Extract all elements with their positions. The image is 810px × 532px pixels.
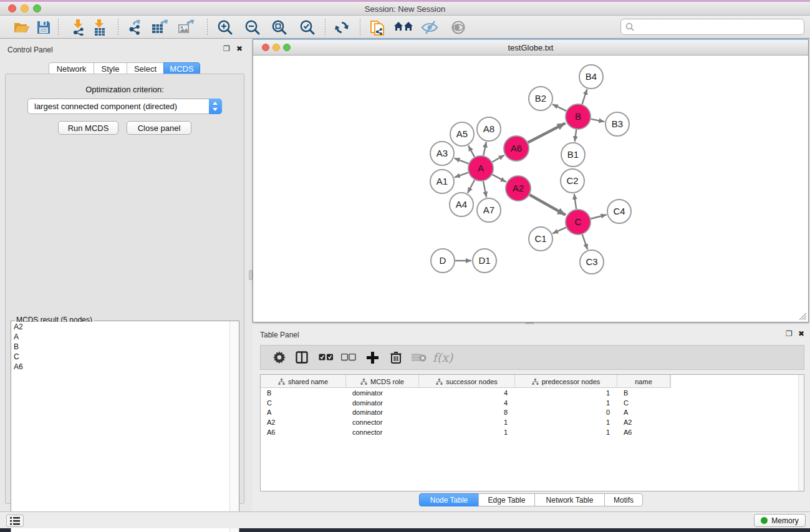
- export-table-icon[interactable]: [150, 17, 171, 37]
- save-icon[interactable]: [33, 17, 54, 37]
- mcds-result-item[interactable]: C: [11, 352, 229, 362]
- table-cell: B: [617, 389, 670, 397]
- float-table-panel-icon[interactable]: ❐: [786, 329, 793, 338]
- home-layout-icon[interactable]: [393, 17, 414, 37]
- unselect-all-columns-icon[interactable]: [338, 346, 359, 369]
- node-table[interactable]: shared name MCDS role successor nodes pr…: [260, 374, 804, 491]
- import-network-icon[interactable]: [68, 17, 89, 37]
- network-graph[interactable]: AA1A3A5A8A6A2A4A7BB1B2B3B4CC1C2C3C4DD1: [253, 56, 808, 322]
- tab-network-table[interactable]: Network Table: [534, 493, 605, 506]
- table-scrollbar[interactable]: [798, 375, 804, 491]
- network-edge[interactable]: [483, 142, 486, 156]
- tab-edge-table[interactable]: Edge Table: [478, 493, 535, 506]
- zoom-in-icon[interactable]: [215, 17, 236, 37]
- network-edge[interactable]: [582, 235, 587, 249]
- mcds-result-item[interactable]: A2: [11, 322, 229, 332]
- mcds-list-scrollbar[interactable]: [229, 321, 239, 532]
- table-row[interactable]: Adominator80A: [261, 407, 804, 417]
- control-panel: Control Panel ❐ ✖ Network Style Select M…: [0, 39, 249, 513]
- mcds-result-item[interactable]: A: [11, 332, 229, 342]
- show-columns-icon[interactable]: [291, 346, 312, 369]
- refresh-icon[interactable]: [331, 17, 352, 37]
- column-type-icon: [360, 379, 367, 385]
- network-node-label: B4: [586, 71, 597, 82]
- table-row[interactable]: A6connector11A6: [261, 427, 804, 437]
- network-edge[interactable]: [582, 89, 587, 104]
- optimization-criterion-label: Optimization criterion:: [6, 85, 244, 94]
- column-header-filler: [670, 375, 804, 388]
- add-column-icon[interactable]: [362, 346, 383, 369]
- table-toolbar: f(x): [260, 345, 804, 370]
- close-panel-icon[interactable]: ✖: [236, 44, 243, 53]
- search-field[interactable]: [620, 19, 804, 35]
- table-cell: A6: [617, 428, 670, 436]
- network-frame-titlebar[interactable]: testGlobe.txt: [253, 40, 808, 56]
- run-mcds-button[interactable]: Run MCDS: [58, 121, 118, 135]
- network-edge[interactable]: [575, 130, 577, 142]
- delete-columns-icon[interactable]: [385, 346, 407, 369]
- network-node-label: C2: [566, 175, 578, 186]
- search-input[interactable]: [634, 22, 790, 32]
- table-row[interactable]: Cdominator41C: [261, 398, 804, 408]
- mcds-result-item[interactable]: A6: [11, 362, 229, 372]
- column-type-icon: [278, 379, 285, 385]
- select-all-columns-icon[interactable]: [316, 346, 337, 369]
- resize-grip-icon[interactable]: [798, 312, 807, 321]
- table-row[interactable]: Bdominator41B: [261, 388, 804, 398]
- network-edge[interactable]: [574, 194, 576, 209]
- network-edge[interactable]: [455, 158, 469, 164]
- zoom-fit-icon[interactable]: [269, 17, 290, 37]
- network-edge[interactable]: [591, 215, 606, 219]
- memory-button[interactable]: Memory: [754, 514, 806, 527]
- network-node-label: D1: [478, 255, 490, 266]
- tab-node-table[interactable]: Node Table: [419, 493, 479, 506]
- column-header-predecessor-nodes[interactable]: predecessor nodes: [515, 375, 617, 388]
- column-header-shared-name[interactable]: shared name: [261, 375, 346, 388]
- network-node-label: A2: [513, 183, 524, 193]
- tab-select[interactable]: Select: [127, 62, 164, 75]
- task-history-button[interactable]: [6, 515, 24, 527]
- tab-mcds[interactable]: MCDS: [163, 62, 200, 75]
- column-header-successor-nodes[interactable]: successor nodes: [419, 375, 515, 388]
- show-graphics-icon[interactable]: [448, 17, 469, 37]
- table-cell: 1: [515, 418, 617, 426]
- table-options-gear-icon[interactable]: [269, 346, 290, 369]
- open-folder-icon[interactable]: [11, 17, 32, 37]
- network-edge[interactable]: [591, 119, 605, 122]
- table-row[interactable]: A2connector11A2: [261, 417, 804, 427]
- mcds-result-list[interactable]: A2ABCA6: [11, 322, 229, 532]
- network-node-label: B3: [612, 118, 623, 129]
- network-edge[interactable]: [492, 155, 504, 162]
- network-edge[interactable]: [468, 145, 475, 157]
- zoom-out-icon[interactable]: [242, 17, 263, 37]
- network-edge[interactable]: [552, 228, 566, 234]
- network-node-label: A5: [456, 128, 468, 139]
- float-panel-icon[interactable]: ❐: [223, 44, 230, 53]
- network-edge[interactable]: [455, 173, 468, 178]
- network-edge[interactable]: [528, 123, 566, 143]
- main-toolbar: [0, 16, 810, 39]
- tab-motifs[interactable]: Motifs: [604, 493, 643, 506]
- network-edge[interactable]: [552, 104, 566, 111]
- criterion-select[interactable]: largest connected component (directed): [27, 99, 222, 114]
- zoom-selected-icon[interactable]: [297, 17, 318, 37]
- tab-style[interactable]: Style: [94, 62, 127, 75]
- close-panel-button[interactable]: Close panel: [127, 121, 191, 135]
- network-edge[interactable]: [493, 175, 506, 182]
- tab-network[interactable]: Network: [49, 62, 94, 75]
- table-cell: 1: [515, 399, 617, 407]
- duplicate-network-icon[interactable]: [367, 17, 388, 37]
- close-table-panel-icon[interactable]: ✖: [798, 329, 804, 338]
- table-cell: 1: [419, 428, 515, 436]
- column-header-name[interactable]: name: [617, 375, 670, 388]
- network-edge[interactable]: [483, 181, 486, 198]
- network-node-label: B2: [535, 93, 546, 104]
- column-header-mcds-role[interactable]: MCDS role: [346, 375, 419, 388]
- hide-details-icon[interactable]: [420, 17, 441, 37]
- network-edge[interactable]: [529, 195, 566, 215]
- mcds-result-item[interactable]: B: [11, 342, 229, 352]
- network-edge[interactable]: [468, 180, 475, 193]
- import-table-icon[interactable]: [89, 17, 110, 37]
- export-network-icon[interactable]: [124, 17, 145, 37]
- export-image-icon[interactable]: [176, 17, 197, 37]
